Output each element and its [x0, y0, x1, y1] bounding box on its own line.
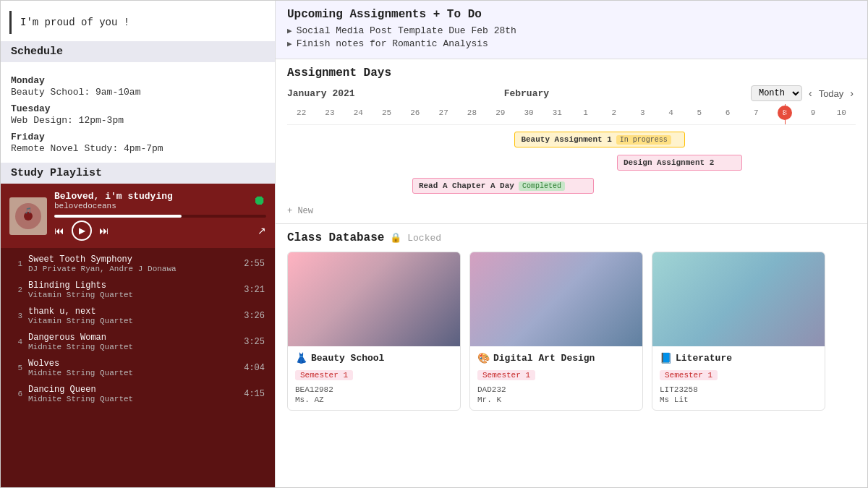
playlist-header: Study Playlist	[1, 163, 275, 184]
song-artist: belovedoceans	[54, 202, 173, 210]
progress-bar	[54, 215, 266, 218]
right-panel: Upcoming Assignments + To Do ▶Social Med…	[276, 1, 867, 487]
gantt-badge: Completed	[519, 181, 565, 191]
cal-prev-button[interactable]: ‹	[807, 87, 814, 99]
cal-day[interactable]: 3	[629, 107, 657, 119]
day-number: 2	[612, 108, 617, 117]
cal-day[interactable]: 25	[373, 107, 401, 119]
cal-day[interactable]: 7	[742, 107, 770, 119]
cal-day[interactable]: 1	[571, 107, 600, 119]
track-name: Dangerous Woman	[28, 333, 238, 343]
cal-month-right: February	[504, 88, 549, 99]
cal-day[interactable]: 29	[486, 107, 514, 119]
day-number: 1	[583, 108, 588, 117]
album-art: 🎵	[9, 197, 47, 235]
day-number: 26	[410, 108, 420, 117]
month-dropdown[interactable]: Month	[751, 85, 802, 101]
day-number: 3	[640, 108, 645, 117]
arrow-icon: ▶	[287, 39, 292, 48]
next-button[interactable]: ⏭	[99, 225, 109, 236]
track-info: Dancing Queen Midnite String Quartet	[28, 385, 238, 403]
cal-day[interactable]: 31	[543, 107, 571, 119]
day-number: 5	[697, 108, 702, 117]
card-image	[288, 252, 460, 346]
gantt-bar-label: Read A Chapter A Day	[419, 181, 514, 190]
card-code: DAD232	[477, 385, 635, 394]
add-new-row[interactable]: + New	[287, 203, 856, 219]
track-artist: Midnite String Quartet	[28, 369, 238, 377]
card-emoji: 📘	[660, 352, 672, 364]
track-duration: 2:55	[244, 259, 265, 269]
schedule-day: Monday	[11, 75, 265, 86]
cal-day[interactable]: 6	[713, 107, 741, 119]
class-title-text: Class Database	[287, 231, 384, 244]
track-duration: 3:26	[244, 311, 265, 321]
cal-day[interactable]: 2	[600, 107, 628, 119]
playlist-player: 🎵 Beloved, i'm studying belovedoceans ⏺ …	[1, 184, 275, 248]
gantt-row[interactable]: Read A Chapter A DayCompleted	[287, 176, 856, 196]
track-item[interactable]: 3 thank u, next Vitamin String Quartet 3…	[1, 303, 275, 329]
cal-day[interactable]: 10	[827, 107, 856, 119]
card-body: 🎨 Digital Art Design Semester 1 DAD232 M…	[470, 346, 642, 410]
player-controls[interactable]: ⏮ ▶ ⏭ ↗	[54, 221, 266, 241]
card-teacher: Ms Lit	[660, 395, 817, 404]
class-card[interactable]: 🎨 Digital Art Design Semester 1 DAD232 M…	[469, 252, 643, 411]
card-name-text: Digital Art Design	[493, 353, 595, 364]
class-card[interactable]: 👗 Beauty School Semester 1 BEA12982 Ms. …	[287, 252, 461, 411]
track-item[interactable]: 6 Dancing Queen Midnite String Quartet 4…	[1, 381, 275, 407]
day-number: 7	[754, 108, 759, 117]
play-button[interactable]: ▶	[72, 221, 92, 241]
track-number: 4	[11, 338, 22, 346]
prev-button[interactable]: ⏮	[54, 225, 64, 236]
track-artist: Midnite String Quartet	[28, 395, 238, 403]
class-section: Class Database 🔒 Locked 👗 Beauty School …	[276, 224, 867, 487]
day-number: 31	[553, 108, 562, 117]
gantt-bar-label: Design Assignment 2	[624, 158, 714, 167]
card-name: 🎨 Digital Art Design	[477, 352, 635, 364]
card-image	[470, 252, 642, 346]
semester-badge: Semester 1	[295, 370, 353, 380]
day-number: 6	[726, 108, 731, 117]
track-item[interactable]: 5 Wolves Midnite String Quartet 4:04	[1, 355, 275, 381]
track-name: Wolves	[28, 359, 238, 369]
semester-badge: Semester 1	[477, 370, 535, 380]
track-artist: Midnite String Quartet	[28, 343, 238, 351]
gantt-row[interactable]: Design Assignment 2	[287, 153, 856, 173]
locked-badge: 🔒 Locked	[390, 232, 441, 244]
card-name-text: Beauty School	[311, 353, 384, 364]
cal-day[interactable]: 4	[657, 107, 685, 119]
cal-day[interactable]: 24	[344, 107, 373, 119]
share-button[interactable]: ↗	[258, 225, 266, 236]
track-number: 3	[11, 312, 22, 320]
card-emoji: 🎨	[477, 352, 490, 364]
cal-next-button[interactable]: ›	[848, 87, 856, 99]
cal-day[interactable]: 9	[799, 107, 827, 119]
cal-day[interactable]: 5	[685, 107, 713, 119]
cal-day[interactable]: 27	[429, 107, 457, 119]
upcoming-item: ▶Social Media Post Template Due Feb 28th	[287, 25, 856, 36]
day-number: 10	[837, 108, 846, 117]
gantt-row[interactable]: Beauty Assignment 1In progress	[287, 129, 856, 150]
schedule-day: Tuesday	[11, 103, 265, 114]
cal-day[interactable]: 26	[401, 107, 429, 119]
semester-badge: Semester 1	[660, 370, 718, 380]
day-number: 29	[495, 108, 505, 117]
track-info: thank u, next Vitamin String Quartet	[28, 307, 238, 325]
card-name: 👗 Beauty School	[295, 352, 453, 364]
track-name: thank u, next	[28, 307, 238, 317]
calendar-days-row: 2223242526272829303112345678910	[287, 104, 856, 125]
track-duration: 4:15	[244, 389, 265, 399]
track-item[interactable]: 2 Blinding Lights Vitamin String Quartet…	[1, 277, 275, 303]
cal-day[interactable]: 22	[287, 107, 315, 119]
cal-day[interactable]: 23	[315, 107, 344, 119]
day-number: 23	[325, 108, 334, 117]
track-name: Dancing Queen	[28, 385, 238, 395]
track-item[interactable]: 1 Sweet Tooth Symphony DJ Private Ryan, …	[1, 251, 275, 277]
cal-day[interactable]: 30	[514, 107, 542, 119]
track-item[interactable]: 4 Dangerous Woman Midnite String Quartet…	[1, 329, 275, 355]
cal-controls[interactable]: Month ‹ Today ›	[751, 85, 856, 101]
cal-day[interactable]: 28	[458, 107, 486, 119]
card-name-text: Literature	[676, 353, 732, 364]
cal-today-button[interactable]: Today	[819, 88, 844, 99]
class-card[interactable]: 📘 Literature Semester 1 LIT23258 Ms Lit	[652, 252, 825, 411]
